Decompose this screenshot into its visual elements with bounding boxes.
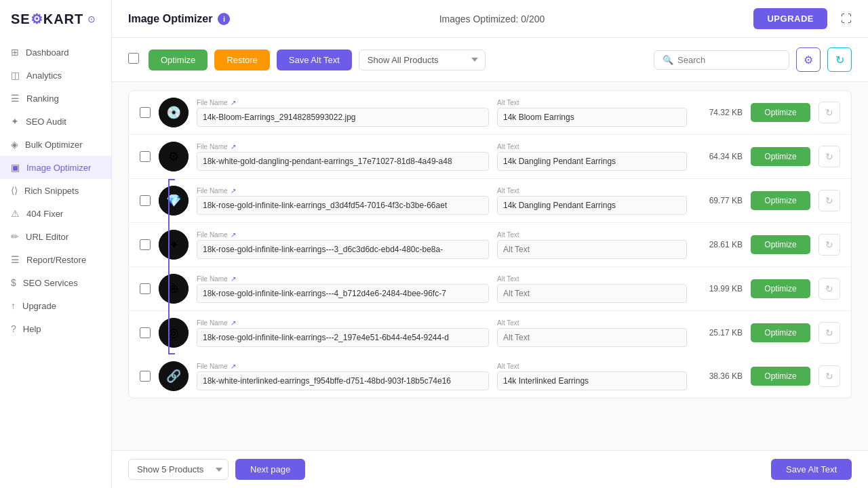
- row-refresh-button-4[interactable]: ↻: [818, 234, 840, 256]
- file-link-1[interactable]: ↗: [231, 99, 236, 106]
- alt-text-input-3[interactable]: [497, 196, 687, 215]
- file-name-input-6[interactable]: [197, 328, 489, 347]
- select-all-checkbox[interactable]: [128, 53, 139, 64]
- expand-icon[interactable]: ⛶: [841, 13, 852, 25]
- report-restore-icon: ☰: [11, 254, 20, 265]
- sidebar-item-rich-snippets[interactable]: ⟨⟩ Rich Snippets: [0, 179, 111, 202]
- save-alt-text-button-footer[interactable]: Save Alt Text: [771, 459, 852, 480]
- row-refresh-button-1[interactable]: ↻: [818, 102, 840, 123]
- product-thumbnail-6: ◎: [159, 318, 189, 348]
- sidebar-item-bulk-optimizer[interactable]: ◈ Bulk Optimizer: [0, 133, 111, 156]
- table-row: ✦ File Name ↗ Alt Text 28.61 KB Optimize…: [129, 223, 851, 267]
- sidebar-item-help[interactable]: ? Help: [0, 317, 111, 340]
- save-alt-text-button-toolbar[interactable]: Save Alt Text: [277, 49, 352, 70]
- row-optimize-button-6[interactable]: Optimize: [751, 323, 810, 342]
- show-products-select[interactable]: Show 5 Products Show 10 Products Show 25…: [128, 459, 229, 480]
- sidebar-item-404-fixer[interactable]: ⚠ 404 Fixer: [0, 202, 111, 225]
- file-section-6: File Name ↗: [197, 319, 489, 347]
- product-thumbnail-5: ⊕: [159, 274, 189, 304]
- row-refresh-button-6[interactable]: ↻: [818, 322, 840, 344]
- next-page-button[interactable]: Next page: [235, 459, 305, 480]
- alt-text-input-6[interactable]: [497, 328, 687, 347]
- alt-text-input-1[interactable]: [497, 108, 687, 127]
- alt-text-label-6: Alt Text: [497, 319, 687, 327]
- table-row: 💎 File Name ↗ Alt Text 69.77 KB Optimize…: [129, 179, 851, 223]
- help-icon: ?: [11, 323, 16, 334]
- file-link-4[interactable]: ↗: [231, 231, 236, 239]
- sidebar-item-seo-services[interactable]: $ SEO Services: [0, 271, 111, 294]
- file-name-input-1[interactable]: [197, 108, 489, 127]
- row-optimize-button-7[interactable]: Optimize: [751, 367, 810, 386]
- row-optimize-button-1[interactable]: Optimize: [751, 103, 810, 122]
- grouped-rows: 💎 File Name ↗ Alt Text 69.77 KB Optimize…: [129, 179, 851, 354]
- sidebar-item-ranking[interactable]: ☰ Ranking: [0, 87, 111, 110]
- product-thumbnail-1: 💿: [159, 98, 189, 127]
- filter-select[interactable]: Show All Products Products with Alt Text…: [359, 49, 486, 70]
- restore-button[interactable]: Restore: [214, 49, 270, 70]
- row-checkbox-3[interactable]: [140, 195, 151, 206]
- file-size-2: 64.34 KB: [695, 152, 743, 161]
- settings-icon-button[interactable]: ⚙: [796, 47, 821, 72]
- file-name-input-5[interactable]: [197, 284, 489, 303]
- row-checkbox-1[interactable]: [140, 107, 151, 118]
- sidebar-label-report-restore: Report/Restore: [26, 255, 86, 265]
- row-refresh-button-2[interactable]: ↻: [818, 146, 840, 167]
- alt-text-label-4: Alt Text: [497, 231, 687, 239]
- sidebar-label-seo-audit: SEO Audit: [26, 117, 66, 127]
- row-checkbox-7[interactable]: [140, 371, 151, 382]
- file-link-3[interactable]: ↗: [231, 187, 236, 195]
- sidebar-item-seo-audit[interactable]: ✦ SEO Audit: [0, 110, 111, 133]
- file-size-3: 69.77 KB: [695, 196, 743, 205]
- product-list-content: 💿 File Name ↗ Alt Text 74.32 KB Optimize…: [112, 82, 868, 450]
- 404-fixer-icon: ⚠: [11, 208, 20, 219]
- row-refresh-button-5[interactable]: ↻: [818, 278, 840, 300]
- row-checkbox-4[interactable]: [140, 239, 151, 250]
- alt-text-input-2[interactable]: [497, 152, 687, 171]
- upgrade-button[interactable]: UPGRADE: [753, 8, 827, 29]
- alt-text-input-5[interactable]: [497, 284, 687, 303]
- file-link-5[interactable]: ↗: [231, 275, 236, 283]
- search-input[interactable]: [677, 55, 781, 65]
- alt-section-1: Alt Text: [497, 99, 687, 127]
- row-refresh-button-7[interactable]: ↻: [818, 365, 840, 387]
- file-size-1: 74.32 KB: [695, 108, 743, 117]
- row-checkbox-6[interactable]: [140, 327, 151, 338]
- file-link-6[interactable]: ↗: [231, 319, 236, 327]
- row-optimize-button-4[interactable]: Optimize: [751, 235, 810, 254]
- search-icon: 🔍: [663, 55, 673, 65]
- optimize-all-button[interactable]: Optimize: [149, 49, 208, 70]
- row-optimize-button-2[interactable]: Optimize: [751, 147, 810, 166]
- sidebar-item-image-optimizer[interactable]: ▣ Image Optimizer: [0, 156, 111, 179]
- alt-text-label-5: Alt Text: [497, 275, 687, 283]
- alt-text-input-7[interactable]: [497, 371, 687, 390]
- alt-text-input-4[interactable]: [497, 240, 687, 259]
- row-optimize-button-3[interactable]: Optimize: [751, 191, 810, 210]
- file-name-label-7: File Name ↗: [197, 363, 489, 370]
- sidebar-item-analytics[interactable]: ◫ Analytics: [0, 64, 111, 87]
- logo-text: SE⚙KART: [11, 11, 83, 27]
- file-name-input-2[interactable]: [197, 152, 489, 171]
- row-optimize-button-5[interactable]: Optimize: [751, 279, 810, 298]
- sidebar-item-dashboard[interactable]: ⊞ Dashboard: [0, 41, 111, 64]
- file-name-input-4[interactable]: [197, 240, 489, 259]
- file-link-2[interactable]: ↗: [231, 143, 236, 150]
- row-checkbox-2[interactable]: [140, 151, 151, 162]
- row-refresh-button-3[interactable]: ↻: [818, 190, 840, 211]
- sidebar-label-seo-services: SEO Services: [23, 278, 78, 288]
- file-link-7[interactable]: ↗: [231, 363, 236, 370]
- sidebar-item-url-editor[interactable]: ✏ URL Editor: [0, 225, 111, 248]
- file-name-input-7[interactable]: [197, 371, 489, 390]
- file-name-input-3[interactable]: [197, 196, 489, 215]
- file-section-4: File Name ↗: [197, 231, 489, 259]
- file-name-label-4: File Name ↗: [197, 231, 489, 239]
- image-optimizer-icon: ▣: [11, 162, 20, 173]
- sidebar-item-upgrade[interactable]: ↑ Upgrade: [0, 294, 111, 317]
- refresh-icon-button[interactable]: ↻: [827, 47, 852, 72]
- table-row: 🔗 File Name ↗ Alt Text 38.36 KB Optimize…: [129, 354, 851, 398]
- sidebar-label-bulk-optimizer: Bulk Optimizer: [25, 140, 83, 150]
- alt-text-label-7: Alt Text: [497, 363, 687, 370]
- sidebar-item-report-restore[interactable]: ☰ Report/Restore: [0, 248, 111, 271]
- info-icon[interactable]: i: [218, 13, 230, 25]
- row-checkbox-5[interactable]: [140, 283, 151, 294]
- sidebar-label-analytics: Analytics: [26, 70, 62, 81]
